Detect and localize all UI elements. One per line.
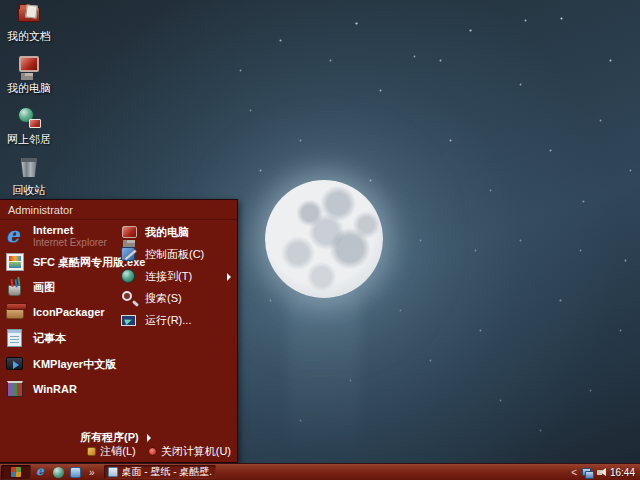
start-menu-footer: 注销(L) 关闭计算机(U) [87,444,231,459]
control-panel-icon [120,246,137,263]
my-documents-icon [17,2,41,26]
quick-launch-bar: » [35,466,98,479]
item-label: 搜索(S) [145,291,182,306]
moon-wallpaper [265,180,383,298]
item-label: WinRAR [33,383,77,395]
desktop-icon-network-places[interactable]: 网上邻居 [0,105,58,147]
item-label: Internet [33,224,107,236]
recycle-bin-icon [17,156,41,180]
desktop-icon-my-documents[interactable]: 我的文档 [0,2,58,44]
taskbar-window-button[interactable]: 桌面 - 壁纸 - 桌酷壁... [104,465,216,479]
taskbar-clock[interactable]: 16:44 [610,467,635,478]
system-tray: < 16:44 [570,467,640,478]
winrar-icon [5,379,25,399]
item-sublabel: Internet Explorer [33,237,107,248]
kmplayer-icon [5,354,25,374]
log-off-icon [87,447,96,456]
desktop: 我的文档 我的电脑 网上邻居 回收站 Administrator Interne… [0,0,640,480]
start-menu-item-winrar[interactable]: WinRAR [5,379,77,399]
all-programs-arrow-icon [147,434,151,442]
connect-to-icon [120,268,137,285]
notepad-icon [5,328,25,348]
quick-launch-overflow-chevron-icon[interactable]: » [86,467,98,478]
item-label: 连接到(T) [145,269,192,284]
desktop-icon-label: 网上邻居 [7,132,51,147]
run-icon [120,312,137,329]
start-menu-item-control-panel[interactable]: 控制面板(C) [120,246,204,263]
start-menu-item-my-computer[interactable]: 我的电脑 [120,224,189,241]
item-label: IconPackager [33,306,105,318]
log-off-button[interactable]: 注销(L) [87,444,135,459]
start-menu-user-name: Administrator [0,200,237,220]
start-button[interactable] [1,465,31,480]
taskbar: » 桌面 - 壁纸 - 桌酷壁... < 16:44 [0,463,640,480]
desktop-icon-my-computer[interactable]: 我的电脑 [0,54,58,96]
start-menu-item-notepad[interactable]: 记事本 [5,328,66,348]
desktop-icon-label: 回收站 [13,183,46,198]
star-field [0,0,1,1]
taskbar-window-title: 桌面 - 壁纸 - 桌酷壁... [122,465,212,479]
internet-explorer-icon [5,226,25,246]
quick-launch-ie-icon[interactable] [35,466,48,479]
desktop-icon-recycle-bin[interactable]: 回收站 [0,156,58,198]
start-menu-item-kmplayer[interactable]: KMPlayer中文版 [5,354,116,374]
item-label: KMPlayer中文版 [33,357,116,372]
sfc-app-icon [5,252,25,272]
paint-icon [5,277,25,297]
volume-tray-icon[interactable] [597,468,606,477]
network-tray-icon[interactable] [582,468,593,477]
submenu-arrow-icon [227,273,231,281]
shut-down-button[interactable]: 关闭计算机(U) [148,444,231,459]
my-computer-icon [17,54,41,78]
start-menu-item-internet[interactable]: Internet Internet Explorer [5,224,107,248]
windows-logo-icon [11,467,21,477]
start-menu-item-iconpackager[interactable]: IconPackager [5,302,105,322]
desktop-icon-label: 我的电脑 [7,81,51,96]
start-menu-item-run[interactable]: 运行(R)... [120,312,191,329]
start-menu-item-paint[interactable]: 画图 [5,277,55,297]
item-label: 记事本 [33,331,66,346]
start-menu-item-connect-to[interactable]: 连接到(T) [120,268,192,285]
start-menu-item-search[interactable]: 搜索(S) [120,290,182,307]
window-icon [108,467,118,477]
shut-down-label: 关闭计算机(U) [161,444,231,459]
moon-glow [288,295,360,463]
item-label: 我的电脑 [145,225,189,240]
item-label: 画图 [33,280,55,295]
start-menu: Administrator Internet Internet Explorer… [0,199,238,463]
all-programs-button[interactable]: 所有程序(P) [80,430,151,445]
network-places-icon [17,105,41,129]
item-label: 控制面板(C) [145,247,204,262]
desktop-icon-label: 我的文档 [7,29,51,44]
log-off-label: 注销(L) [100,444,135,459]
item-label: 运行(R)... [145,313,191,328]
quick-launch-app-icon[interactable] [69,466,82,479]
search-icon [120,290,137,307]
quick-launch-globe-icon[interactable] [52,466,65,479]
iconpackager-icon [5,302,25,322]
shut-down-icon [148,447,157,456]
tray-collapse-chevron-icon[interactable]: < [570,467,578,478]
all-programs-label: 所有程序(P) [80,430,139,445]
my-computer-icon [120,224,137,241]
